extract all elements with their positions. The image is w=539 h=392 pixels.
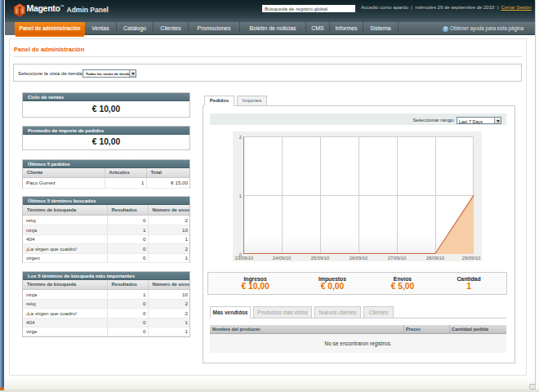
svg-text:23/09/10: 23/09/10: [235, 256, 254, 261]
svg-text:29/09/10: 29/09/10: [462, 256, 481, 261]
svg-text:27/09/10: 27/09/10: [388, 256, 407, 261]
svg-text:25/09/10: 25/09/10: [311, 256, 330, 261]
svg-text:2: 2: [239, 135, 242, 140]
svg-text:26/09/10: 26/09/10: [350, 256, 368, 261]
svg-text:28/09/10: 28/09/10: [426, 256, 445, 261]
svg-text:24/09/10: 24/09/10: [273, 256, 292, 261]
svg-text:1: 1: [239, 194, 242, 198]
